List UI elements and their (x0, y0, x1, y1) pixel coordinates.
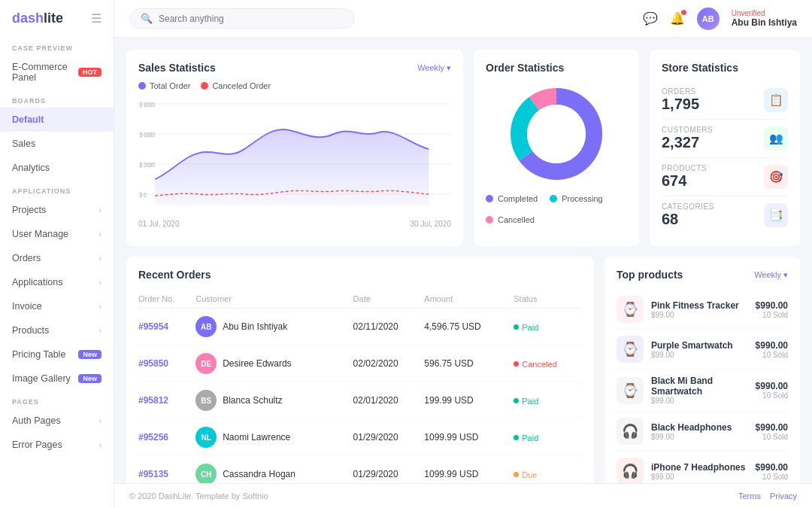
sidebar-item-e-commerce-panel[interactable]: E-Commerce PanelHOT (0, 55, 114, 90)
product-price-small: $99.00 (651, 397, 748, 405)
order-status: Canceled (514, 345, 582, 382)
sidebar: dashlite ☰ CASE PREVIEWE-Commerce PanelH… (0, 0, 114, 508)
top-products-filter[interactable]: Weekly ▾ (754, 270, 788, 280)
order-date: 02/01/2020 (353, 382, 425, 419)
customer-avatar: AB (195, 316, 217, 337)
order-number[interactable]: #95135 (138, 456, 195, 484)
sidebar-item-invoice[interactable]: Invoice› (0, 294, 114, 318)
dot-processing (550, 195, 557, 202)
product-image: ⌚ (617, 336, 644, 363)
top-products-title: Top products (617, 269, 683, 281)
order-date: 02/02/2020 (353, 345, 425, 382)
sidebar-item-products[interactable]: Products› (0, 318, 114, 342)
footer-copyright: © 2020 DashLite. Template by Softnio (129, 491, 268, 500)
sidebar-item-image-gallery[interactable]: Image GalleryNew (0, 367, 114, 391)
product-price-big: $990.00 (756, 340, 788, 351)
user-avatar[interactable]: AB (697, 8, 720, 30)
product-price-big: $990.00 (756, 381, 788, 391)
app-container: dashlite ☰ CASE PREVIEWE-Commerce PanelH… (0, 0, 812, 508)
customer-avatar: BS (195, 390, 217, 411)
sidebar-item-label: Projects (12, 205, 46, 215)
header: 🔍 💬 🔔 AB Unverified Abu Bin Ishtiya (114, 0, 812, 38)
search-icon: 🔍 (141, 13, 153, 24)
stat-value: 68 (662, 211, 714, 228)
footer-links: Terms Privacy (738, 491, 797, 500)
table-row: #95812 BS Blanca Schultz 02/01/2020 199.… (138, 382, 582, 419)
product-name: iPhone 7 Headphones (651, 462, 748, 473)
top-products-card: Top products Weekly ▾ ⌚ Pink Fitness Tra… (604, 257, 800, 483)
table-row: #95850 DE Desiree Edwards 02/02/2020 596… (138, 345, 582, 382)
customer-cell: CH Cassandra Hogan (195, 456, 353, 484)
message-icon[interactable]: 💬 (643, 11, 658, 26)
hamburger-icon[interactable]: ☰ (91, 11, 102, 26)
svg-point-12 (527, 105, 586, 163)
order-date: 02/11/2020 (353, 309, 425, 345)
store-stat-info: Categories 68 (662, 202, 714, 228)
product-item: ⌚ Black Mi Band Smartwatch $99.00 $990.0… (617, 370, 788, 412)
order-number[interactable]: #95954 (138, 309, 195, 345)
product-image: ⌚ (617, 296, 644, 323)
status-dot (514, 472, 519, 477)
sidebar-item-label: Pricing Table (12, 349, 65, 360)
sidebar-item-applications[interactable]: Applications› (0, 270, 114, 294)
chevron-icon: › (99, 254, 102, 263)
order-number[interactable]: #95850 (138, 345, 195, 382)
sidebar-item-label: Error Pages (12, 440, 62, 450)
product-name: Pink Fitness Tracker (651, 300, 748, 311)
footer-terms[interactable]: Terms (738, 491, 761, 500)
product-price-small: $99.00 (651, 351, 748, 359)
stat-label: Products (662, 164, 707, 172)
sidebar-item-pricing-table[interactable]: Pricing TableNew (0, 342, 114, 367)
stat-icon-box: 📑 (764, 203, 788, 227)
recent-orders-title: Recent Orders (138, 269, 582, 281)
sidebar-item-error-pages[interactable]: Error Pages› (0, 433, 114, 457)
sidebar-item-auth-pages[interactable]: Auth Pages› (0, 409, 114, 433)
product-info: iPhone 7 Headphones $99.00 (651, 462, 748, 481)
status-label: Paid (522, 397, 538, 406)
product-sales-info: $990.00 10 Sold (756, 381, 788, 400)
footer-privacy[interactable]: Privacy (770, 491, 797, 500)
sales-card-title: Sales Statistics (138, 62, 216, 74)
stat-icon-box: 📋 (764, 88, 788, 112)
customer-avatar: DE (195, 353, 217, 374)
notification-icon[interactable]: 🔔 (670, 11, 685, 26)
product-name: Black Mi Band Smartwatch (651, 376, 748, 397)
svg-text:$ 6000: $ 6000 (139, 131, 155, 138)
order-amount: 4,596.75 USD (424, 309, 514, 345)
order-stat-title: Order Statistics (486, 62, 564, 74)
sidebar-item-sales[interactable]: Sales (0, 132, 114, 156)
sidebar-item-label: Applications (12, 277, 62, 287)
order-statistics-card: Order Statistics (474, 50, 639, 246)
legend-dot-total (138, 82, 146, 90)
sidebar-item-projects[interactable]: Projects› (0, 198, 114, 222)
order-amount: 1099.99 USD (424, 419, 514, 456)
order-number[interactable]: #95812 (138, 382, 195, 419)
search-input[interactable] (159, 14, 279, 24)
dot-cancelled (486, 216, 493, 224)
recent-orders-card: Recent Orders Order No. Customer Date Am… (126, 257, 594, 483)
sidebar-item-orders[interactable]: Orders› (0, 246, 114, 270)
order-stat-header: Order Statistics (486, 62, 627, 74)
col-order-no: Order No. (138, 290, 195, 309)
sales-filter[interactable]: Weekly ▾ (417, 63, 451, 73)
legend-canceled-order: Canceled Order (201, 81, 271, 90)
order-status: Paid (514, 309, 582, 345)
username: Abu Bin Ishtiya (732, 17, 797, 28)
stat-label: Categories (662, 202, 714, 211)
sidebar-item-user-manage[interactable]: User Manage› (0, 222, 114, 246)
store-stat-row: Categories 68 📑 (662, 196, 788, 234)
footer: © 2020 DashLite. Template by Softnio Ter… (114, 483, 812, 508)
table-row: #95135 CH Cassandra Hogan 01/29/2020 109… (138, 456, 582, 484)
product-sales-info: $990.00 10 Sold (756, 340, 788, 359)
sidebar-badge: New (78, 374, 102, 383)
search-box[interactable]: 🔍 (129, 8, 355, 29)
product-info: Black Mi Band Smartwatch $99.00 (651, 376, 748, 405)
customer-name: Abu Bin Ishtiyak (223, 321, 287, 332)
sidebar-item-analytics[interactable]: Analytics (0, 156, 114, 180)
products-list: ⌚ Pink Fitness Tracker $99.00 $990.00 10… (617, 290, 788, 483)
sidebar-item-default[interactable]: Default (0, 108, 114, 132)
order-number[interactable]: #95256 (138, 419, 195, 456)
sales-legend: Total Order Canceled Order (138, 81, 451, 90)
product-price-big: $990.00 (756, 422, 788, 433)
product-sold: 10 Sold (756, 433, 788, 441)
